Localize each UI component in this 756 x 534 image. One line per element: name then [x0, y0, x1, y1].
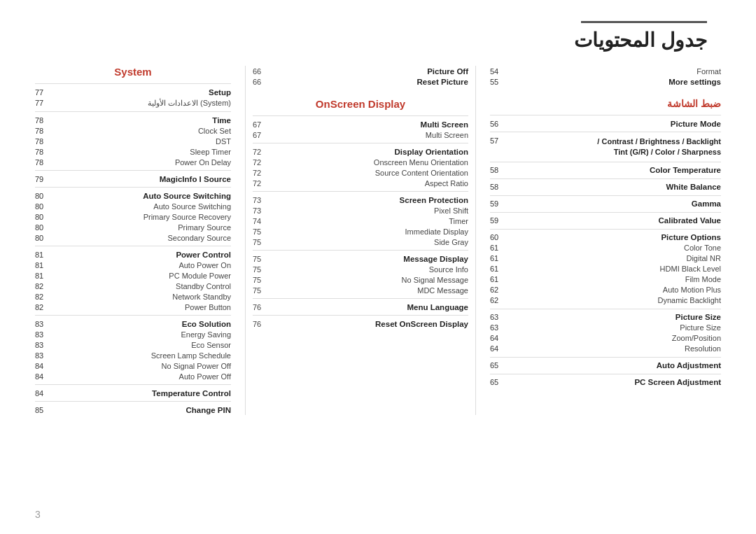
- top-rows: 66 Picture Off 66 Reset Picture: [253, 66, 468, 87]
- table-row: 78 Sleep Timer: [35, 146, 231, 157]
- top-rows-right: 54 Format 55 More settings: [490, 66, 721, 87]
- table-row: 84 Auto Power Off: [35, 371, 231, 381]
- table-row: 72 Display Orientation: [253, 146, 468, 157]
- table-row: 72 Aspect Ratio: [253, 178, 468, 188]
- table-row: 80 Auto Source Switching: [35, 201, 231, 211]
- header-line: [581, 21, 707, 23]
- system-title: System: [35, 66, 231, 78]
- table-row: 83 Eco Sensor: [35, 339, 231, 350]
- table-row: 66 Reset Picture: [253, 76, 468, 87]
- table-row: 73 Screen Protection: [253, 195, 468, 205]
- table-row: 83 Screen Lamp Schedule: [35, 350, 231, 360]
- page-number: 3: [35, 509, 41, 520]
- table-row: 82 Network Standby: [35, 291, 231, 302]
- table-row: 73 Pixel Shift: [253, 205, 468, 216]
- table-row: 63 Picture Size: [490, 323, 721, 333]
- table-row: 74 Timer: [253, 216, 468, 226]
- table-row: 61 Color Tone: [490, 243, 721, 253]
- page: جدول المحتويات System 77 Setup 77 الاعدا…: [0, 0, 756, 534]
- table-row: 78 Clock Set: [35, 125, 231, 136]
- table-row: 81 Auto Power On: [35, 260, 231, 270]
- picture-column: 54 Format 55 More settings ضبط الشاشة 56…: [476, 66, 721, 415]
- table-row: 64 Resolution: [490, 344, 721, 354]
- system-column: System 77 Setup 77 الاعدادات الأولية (Sy…: [35, 66, 245, 415]
- table-row: 82 Power Button: [35, 302, 231, 312]
- picture-title: ضبط الشاشة: [490, 98, 721, 109]
- table-row: 54 Format: [490, 66, 721, 76]
- onscreen-title: OnScreen Display: [253, 98, 468, 110]
- table-row: 78 Power On Delay: [35, 157, 231, 167]
- table-row: 79 MagicInfo I Source: [35, 174, 231, 184]
- table-row: 59 Gamma: [490, 199, 721, 209]
- table-row: 85 Change PIN: [35, 405, 231, 415]
- table-row: 62 Auto Motion Plus: [490, 285, 721, 295]
- table-row: 80 Secondary Source: [35, 232, 231, 243]
- table-row: 84 No Signal Power Off: [35, 360, 231, 371]
- header: جدول المحتويات: [35, 21, 721, 52]
- table-row: 55 More settings: [490, 76, 721, 87]
- table-row: 72 Onscreen Menu Orientation: [253, 157, 468, 167]
- table-row: 83 Energy Saving: [35, 329, 231, 339]
- table-row: 78 DST: [35, 136, 231, 146]
- table-row: 66 Picture Off: [253, 66, 468, 76]
- table-row: 77 Setup: [35, 87, 231, 97]
- table-row: 76 Menu Language: [253, 302, 468, 312]
- content-columns: System 77 Setup 77 الاعدادات الأولية (Sy…: [35, 66, 721, 415]
- page-title: جدول المحتويات: [35, 29, 707, 52]
- table-row: 84 Temperature Control: [35, 388, 231, 398]
- table-row: 63 Picture Size: [490, 312, 721, 323]
- table-row: 72 Source Content Orientation: [253, 167, 468, 178]
- table-row: 56 Picture Mode: [490, 118, 721, 129]
- table-row: 60 Picture Options: [490, 232, 721, 243]
- table-row: 75 No Signal Message: [253, 274, 468, 285]
- table-row: 61 Film Mode: [490, 274, 721, 285]
- table-row: 57 / Contrast / Brightness / BacklightTi…: [490, 135, 721, 159]
- table-row: 80 Primary Source: [35, 222, 231, 232]
- table-row: 75 Side Gray: [253, 237, 468, 247]
- table-row: 75 MDC Message: [253, 285, 468, 295]
- table-row: 65 Auto Adjustment: [490, 360, 721, 371]
- table-row: 58 Color Temperature: [490, 165, 721, 176]
- table-row: 58 White Balance: [490, 182, 721, 192]
- table-row: 80 Primary Source Recovery: [35, 211, 231, 222]
- table-row: 80 Auto Source Switching: [35, 190, 231, 201]
- table-row: 83 Eco Solution: [35, 318, 231, 329]
- table-row: 64 Zoom/Position: [490, 333, 721, 344]
- table-row: 81 PC Module Power: [35, 270, 231, 281]
- table-row: 82 Standby Control: [35, 281, 231, 291]
- table-row: 61 Digital NR: [490, 253, 721, 264]
- table-row: 62 Dynamic Backlight: [490, 295, 721, 306]
- table-row: 75 Source Info: [253, 264, 468, 274]
- table-row: 76 Reset OnScreen Display: [253, 318, 468, 329]
- table-row: 61 HDMI Black Level: [490, 264, 721, 274]
- table-row: 67 Multi Screen: [253, 119, 468, 129]
- table-row: 59 Calibrated Value: [490, 216, 721, 226]
- onscreen-column: 66 Picture Off 66 Reset Picture OnScreen…: [245, 66, 476, 415]
- table-row: 78 Time: [35, 115, 231, 125]
- table-row: 75 Message Display: [253, 253, 468, 264]
- table-row: 65 PC Screen Adjustment: [490, 377, 721, 388]
- table-row: 75 Immediate Display: [253, 226, 468, 237]
- table-row: 67 Multi Screen: [253, 129, 468, 140]
- table-row: 77 الاعدادات الأولية (System): [35, 97, 231, 108]
- table-row: 81 Power Control: [35, 249, 231, 260]
